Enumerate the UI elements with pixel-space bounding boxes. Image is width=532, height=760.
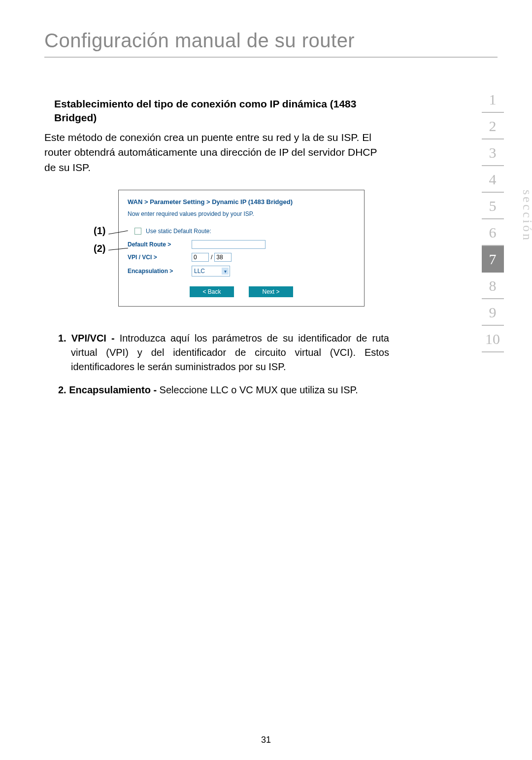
list-term: VPI/VCI - [71, 333, 115, 344]
callout-1: (1) [94, 225, 105, 237]
list-num: 1. [58, 333, 66, 344]
section-nav: 12345678910 [473, 86, 512, 352]
encapsulation-value: LLC [194, 268, 205, 275]
default-route-label: Default Route > [128, 241, 192, 248]
default-route-input[interactable] [192, 240, 266, 249]
nav-item-2[interactable]: 2 [482, 113, 504, 139]
button-row: < Back Next > [128, 286, 355, 297]
back-button[interactable]: < Back [190, 286, 234, 297]
default-route-row: Default Route > [128, 240, 355, 249]
list-body: Seleccione LLC o VC MUX que utiliza su I… [157, 384, 358, 395]
encapsulation-row: Encapsulation > LLC ▾ [128, 266, 355, 276]
encapsulation-select[interactable]: LLC ▾ [192, 266, 230, 276]
breadcrumb: WAN > Parameter Setting > Dynamic IP (14… [128, 198, 355, 206]
use-static-label: Use static Default Route: [146, 228, 211, 235]
section-label: sección [520, 190, 532, 242]
chevron-down-icon: ▾ [222, 268, 229, 275]
nav-item-8[interactable]: 8 [482, 273, 504, 299]
list-item: 2. Encapsulamiento - Seleccione LLC o VC… [58, 383, 389, 397]
vpi-vci-row: VPI / VCI > / [128, 253, 355, 262]
list-body: Introduzca aquí los parámetros de su ide… [71, 333, 389, 372]
list-num: 2. [58, 384, 66, 395]
intro-text: Este método de conexión crea un puente e… [44, 130, 389, 175]
list-item: 1. VPI/VCI - Introduzca aquí los parámet… [58, 331, 389, 374]
vpi-vci-separator: / [211, 254, 212, 261]
nav-item-10[interactable]: 10 [482, 326, 504, 352]
nav-item-7[interactable]: 7 [482, 246, 504, 273]
nav-item-4[interactable]: 4 [482, 166, 504, 193]
nav-item-3[interactable]: 3 [482, 139, 504, 166]
router-config-panel: WAN > Parameter Setting > Dynamic IP (14… [118, 190, 365, 307]
router-figure: (1) (2) WAN > Parameter Setting > Dynami… [44, 190, 389, 307]
callout-2: (2) [94, 243, 105, 254]
hint-text: Now enter required values provided by yo… [128, 210, 355, 217]
next-button[interactable]: Next > [249, 286, 293, 297]
page-title: Configuración manual de su router [44, 30, 498, 58]
nav-item-9[interactable]: 9 [482, 299, 504, 326]
vpi-input[interactable] [192, 253, 209, 262]
numbered-list: 1. VPI/VCI - Introduzca aquí los parámet… [44, 331, 389, 397]
nav-item-5[interactable]: 5 [482, 193, 504, 219]
section-heading: Establecimiento del tipo de conexión com… [44, 97, 389, 125]
page-number: 31 [0, 735, 532, 745]
encapsulation-label: Encapsulation > [128, 268, 192, 275]
list-term: Encapsulamiento - [69, 384, 157, 395]
vci-input[interactable] [214, 253, 232, 262]
nav-item-6[interactable]: 6 [482, 219, 504, 246]
use-static-checkbox[interactable] [134, 228, 141, 235]
nav-item-1[interactable]: 1 [482, 86, 504, 113]
use-static-row: Use static Default Route: [133, 226, 355, 236]
vpi-vci-label: VPI / VCI > [128, 254, 192, 261]
